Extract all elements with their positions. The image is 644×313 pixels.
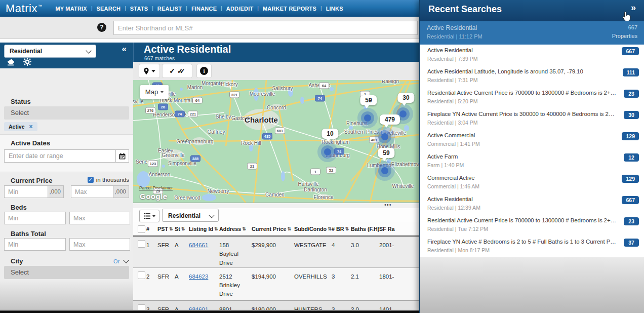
nav-item-finance[interactable]: FINANCE [191, 6, 217, 12]
baths-max-input[interactable] [69, 238, 130, 251]
map-count-bubble[interactable]: 479 [380, 114, 400, 125]
nav-item-stats[interactable]: STATS [130, 6, 148, 12]
collapse-panel-icon[interactable]: » [631, 3, 636, 13]
route-shield: 26 [158, 104, 168, 110]
nav-item-market-reports[interactable]: MARKET REPORTS [263, 6, 316, 12]
parcel-disclaimer-link[interactable]: Parcel Disclaimer [139, 185, 173, 190]
select-check-icon[interactable]: ✓ [169, 67, 175, 75]
sort-icon[interactable]: ⇅ [328, 226, 332, 231]
recent-search-subtitle: Residential | 11:12 PM [427, 33, 482, 40]
sort-icon[interactable]: ⇅ [287, 226, 291, 231]
map-count-bubble[interactable]: 59 [360, 95, 377, 105]
recent-search-item[interactable]: Active FarmFarm | 1:40 PM12 [420, 151, 644, 172]
sort-icon[interactable]: ⇅ [169, 226, 173, 231]
listing-id-link[interactable]: 684601 [189, 306, 208, 310]
status-cell: A [175, 268, 189, 281]
map-cluster-marker[interactable] [357, 108, 378, 128]
city-or-link[interactable]: Or [113, 258, 119, 264]
app-logo[interactable]: Matrix™ [6, 2, 42, 15]
results-type-select[interactable]: Residential [162, 209, 219, 222]
column-header-listing-id[interactable]: Listing Id⇅ [189, 226, 219, 232]
map-type-button[interactable]: Map [140, 85, 169, 99]
select-all-check-icon[interactable]: ✓✓ [177, 67, 185, 75]
map-count-bubble[interactable]: 59 [378, 148, 394, 158]
recent-search-item[interactable]: Commercial ActiveCommercial | 1:46 AM129 [420, 172, 644, 193]
nav-item-my-matrix[interactable]: MY MATRIX [55, 6, 87, 12]
column-header-pst[interactable]: PST⇅ [157, 226, 175, 232]
chip-close-icon[interactable]: × [29, 124, 33, 130]
row-checkbox[interactable] [138, 240, 145, 248]
column-header-baths-f-h: Baths (F.H) [351, 226, 379, 232]
map-pin-tool-button[interactable] [139, 64, 159, 77]
price-max-input[interactable] [71, 185, 113, 198]
calendar-button[interactable] [116, 149, 129, 163]
price-min-input[interactable] [4, 185, 48, 198]
match-count: 667 matches [144, 55, 175, 61]
recent-search-item[interactable]: Fireplace YN Active Current Price is 300… [420, 108, 644, 130]
listing-id-link[interactable]: 684661 [189, 242, 208, 248]
nav-item-add-edit[interactable]: ADD/EDIT [226, 6, 254, 12]
sort-icon[interactable]: ⇅ [181, 226, 185, 231]
results-map[interactable]: MorgantonHickoryMarionAshevilleBlack Mou… [133, 80, 419, 203]
column-header-address[interactable]: Address⇅ [219, 226, 252, 232]
map-city-label: Elizabethtown [391, 162, 419, 167]
recent-search-item[interactable]: Active Residential Latitude, Longitude i… [420, 66, 644, 87]
recent-search-item[interactable]: Active ResidentialResidential | 7:39 PM6… [420, 45, 644, 66]
collapse-sidebar-icon[interactable]: « [122, 44, 127, 54]
baths-min-input[interactable] [4, 238, 66, 251]
beds-max-input[interactable] [69, 212, 130, 224]
route-shield: 52 [326, 167, 336, 174]
sort-icon[interactable]: ⇅ [214, 226, 218, 231]
nav-item-realist[interactable]: REALIST [157, 6, 182, 12]
hand-cursor-icon [622, 11, 631, 22]
in-thousands-label: in thousands [96, 177, 129, 183]
sort-icon[interactable]: ⇅ [345, 226, 349, 231]
listing-id-link[interactable]: 684623 [189, 273, 208, 280]
result-count-badge: 37 [624, 239, 639, 247]
splitter-drag-handle[interactable]: ••• [384, 202, 392, 208]
recent-search-item[interactable]: Active ResidentialResidential | 12:39 AM… [420, 193, 644, 215]
city-expand-chevron-icon[interactable] [123, 257, 129, 263]
sf-range-cell: 1401- [379, 301, 419, 310]
beds-min-input[interactable] [4, 212, 66, 224]
recent-search-item[interactable]: Fireplace YN Active # Bedrooms is 2 to 5… [420, 236, 644, 257]
recent-search-subtitle: Commercial | 1:41 PM [427, 141, 480, 147]
status-chip-active[interactable]: Active × [4, 122, 37, 131]
display-options-button[interactable] [139, 210, 159, 222]
row-checkbox[interactable] [138, 271, 145, 279]
sort-icon[interactable]: ⇅ [242, 226, 246, 231]
recent-search-item-selected[interactable]: Active Residential Residential | 11:12 P… [420, 21, 644, 45]
nav-separator: | [186, 6, 187, 11]
column-header-br[interactable]: # BR⇅ [332, 226, 351, 232]
help-icon[interactable]: ? [97, 23, 106, 32]
active-dates-input[interactable] [4, 149, 116, 163]
shorthand-search-input[interactable] [113, 21, 418, 35]
recent-search-item[interactable]: Active CommercialCommercial | 1:41 PM129 [420, 130, 644, 151]
map-cluster-marker[interactable] [375, 161, 395, 181]
map-cluster-marker[interactable] [317, 142, 338, 162]
nav-item-search[interactable]: SEARCH [97, 6, 121, 12]
select-all-checkbox[interactable] [138, 225, 145, 233]
city-select[interactable]: Select [4, 266, 129, 279]
column-header-current-price[interactable]: Current Price⇅ [252, 226, 294, 232]
clear-criteria-eraser-icon[interactable] [7, 58, 15, 66]
nav-item-links[interactable]: LINKS [326, 6, 343, 12]
map-count-bubble[interactable]: 30 [397, 93, 414, 103]
map-cluster-marker[interactable] [375, 127, 395, 147]
recent-search-item[interactable]: Residential Active Current Price is 7000… [420, 215, 644, 236]
route-shield: 385 [190, 155, 200, 162]
active-dates-label: Active Dates [11, 139, 50, 147]
row-checkbox[interactable] [138, 304, 145, 310]
route-shield: 64 [192, 97, 203, 104]
results-type-value: Residential [168, 212, 200, 219]
property-type-select[interactable]: Residential [4, 45, 96, 58]
route-shield: 1 [310, 169, 320, 175]
in-thousands-checkbox[interactable]: ✓ [88, 177, 94, 183]
settings-gear-icon[interactable] [23, 58, 31, 66]
map-count-bubble[interactable]: 10 [321, 129, 338, 139]
info-tool-button[interactable]: i [197, 64, 211, 77]
status-select[interactable]: Select [4, 106, 129, 120]
recent-search-item[interactable]: Residential Active Current Price is 7000… [420, 87, 644, 108]
column-header-subd-condo[interactable]: Subd/Condo⇅ [294, 226, 332, 232]
column-header-st[interactable]: St⇅ [175, 226, 189, 232]
